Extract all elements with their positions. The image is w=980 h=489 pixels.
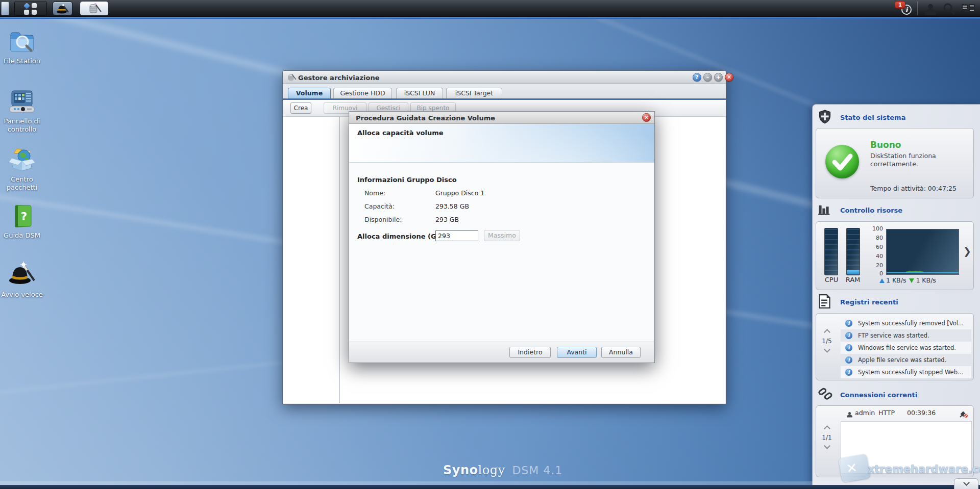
package-center-icon [9, 147, 35, 172]
info-icon: i [845, 320, 852, 327]
logo-brand-bold: Syno [443, 463, 478, 477]
taskbar-accent-line [0, 17, 980, 19]
window-minimize-button[interactable]: – [703, 73, 712, 82]
log-text: FTP service was started. [858, 332, 929, 339]
user-icon [846, 410, 853, 418]
log-row: iApple file service was started. [841, 354, 971, 366]
desktop-icon-control-panel[interactable]: Pannello di controllo [1, 89, 43, 134]
dsm-help-icon: ? [10, 204, 34, 228]
y-tick: 40 [868, 253, 883, 260]
connection-row: admin HTTP 00:39:36 [841, 409, 972, 420]
network-speeds: 1 KB/s1 KB/s [876, 276, 936, 284]
connections-pager: 1/1 [818, 425, 836, 450]
show-desktop-button[interactable] [1, 2, 9, 15]
tab-iscsi-target[interactable]: iSCSI Target [446, 88, 502, 98]
desktop-icon-dsm-help[interactable]: ? Guida DSM [1, 204, 43, 240]
desktop-icon-quick-start[interactable]: Avvio veloce [1, 260, 43, 299]
notification-badge[interactable]: 1 [895, 1, 905, 9]
storage-manager-icon [88, 3, 102, 15]
dialog-titlebar[interactable]: Procedura Guidata Creazione Volume ✕ [349, 112, 654, 124]
page-down-icon[interactable] [824, 346, 830, 353]
download-arrow-icon [909, 278, 914, 283]
status-uptime: Tempo di attività: 00:47:25 [870, 185, 957, 192]
user-icon[interactable] [923, 3, 938, 15]
desktop-icon-label: File Station [1, 57, 43, 65]
y-tick: 60 [868, 244, 883, 250]
connections-link-icon [818, 386, 833, 401]
page-down-icon[interactable] [824, 443, 830, 449]
tab-volume[interactable]: Volume [288, 88, 331, 98]
tab-gestione-hdd[interactable]: Gestione HDD [333, 88, 392, 98]
field-value: 293 GB [435, 216, 459, 223]
svg-text:?: ? [21, 210, 28, 223]
connections-page-indicator: 1/1 [818, 434, 836, 441]
magic-hat-icon [8, 260, 36, 288]
dialog-close-button[interactable]: ✕ [642, 113, 651, 122]
allocate-size-input[interactable] [435, 230, 478, 241]
window-title: Gestore archiviazione [298, 74, 379, 82]
cpu-meter [824, 228, 838, 275]
dialog-step-banner: Alloca capacità volume [349, 124, 654, 163]
disk-group-section-title: Informazioni Gruppo Disco [357, 176, 457, 184]
control-panel-icon [9, 89, 35, 114]
page-up-icon[interactable] [824, 329, 830, 336]
tab-label: iSCSI LUN [404, 89, 435, 97]
field-label: Disponibile: [364, 216, 402, 223]
window-help-button[interactable]: ? [693, 73, 701, 82]
log-text: System successfully removed [Vol... [858, 320, 964, 327]
dialog-title: Procedura Guidata Creazione Volume [356, 114, 495, 122]
log-row: iFTP service was started. [841, 329, 971, 342]
main-menu-icon [23, 3, 39, 15]
system-status-box: Buono DiskStation funziona correttamente… [816, 128, 974, 198]
log-text: System successfully stopped Web... [858, 369, 963, 376]
desktop-icon-package-center[interactable]: Centro pacchetti [1, 147, 43, 192]
widget-panel: Stato del sistema Buono DiskStation funz… [812, 104, 980, 489]
indietro-button[interactable]: Indietro [509, 347, 551, 358]
network-chart-cyan-series [887, 272, 959, 273]
tab-iscsi-lun[interactable]: iSCSI LUN [396, 88, 443, 98]
taskbar-storage-manager-button[interactable] [80, 2, 108, 15]
storage-manager-icon [287, 73, 297, 82]
page-up-icon[interactable] [824, 425, 830, 432]
info-icon: i [845, 344, 852, 351]
dialog-step-title: Alloca capacità volume [357, 129, 444, 137]
log-row: iWindows file service was started. [841, 342, 971, 354]
window-titlebar[interactable]: Gestore archiviazione ? – + ✕ [283, 71, 726, 84]
magic-hat-icon [56, 3, 69, 15]
main-menu-button[interactable] [14, 1, 47, 16]
ram-label: RAM [843, 276, 863, 284]
recent-logs-icon [818, 294, 831, 308]
search-icon[interactable] [942, 3, 955, 15]
disconnect-icon[interactable] [959, 410, 968, 418]
window-tabbar: Volume Gestione HDD iSCSI LUN iSCSI Targ… [283, 84, 726, 98]
connections-list-area [841, 421, 972, 474]
desktop: 1 i File Station [0, 0, 980, 489]
y-tick: 80 [868, 235, 883, 241]
pilot-view-icon[interactable] [961, 3, 976, 15]
window-close-button[interactable]: ✕ [725, 73, 733, 82]
upload-arrow-icon [879, 278, 885, 283]
desktop-icon-file-station[interactable]: File Station [1, 29, 43, 65]
status-ok-icon [825, 145, 859, 178]
desktop-icon-label: Guida DSM [1, 231, 43, 240]
annulla-button[interactable]: Annulla [601, 347, 641, 358]
ram-usage-fill [847, 270, 860, 274]
log-row: iSystem successfully stopped Web... [841, 366, 971, 378]
system-health-shield-icon [818, 110, 832, 124]
window-maximize-button[interactable]: + [714, 73, 723, 82]
connection-time: 00:39:36 [907, 409, 936, 417]
avanti-button[interactable]: Avanti [557, 347, 597, 358]
resource-monitor-title: Controllo risorse [840, 207, 902, 214]
logo-brand-thin: logy [478, 463, 505, 477]
status-value: Buono [870, 140, 901, 150]
field-label: Nome: [364, 189, 385, 197]
taskbar-quick-start-button[interactable] [53, 2, 72, 15]
log-list: iSystem successfully removed [Vol... iFT… [841, 317, 971, 378]
massimo-button[interactable]: Massimo [484, 230, 520, 241]
logs-page-indicator: 1/5 [818, 338, 836, 345]
crea-button[interactable]: Crea [290, 102, 311, 114]
panel-collapse-tab[interactable] [954, 478, 978, 489]
open-resource-monitor-chevron[interactable]: ❯ [963, 245, 971, 256]
info-icon: i [845, 369, 852, 376]
field-label: Capacità: [364, 202, 395, 210]
